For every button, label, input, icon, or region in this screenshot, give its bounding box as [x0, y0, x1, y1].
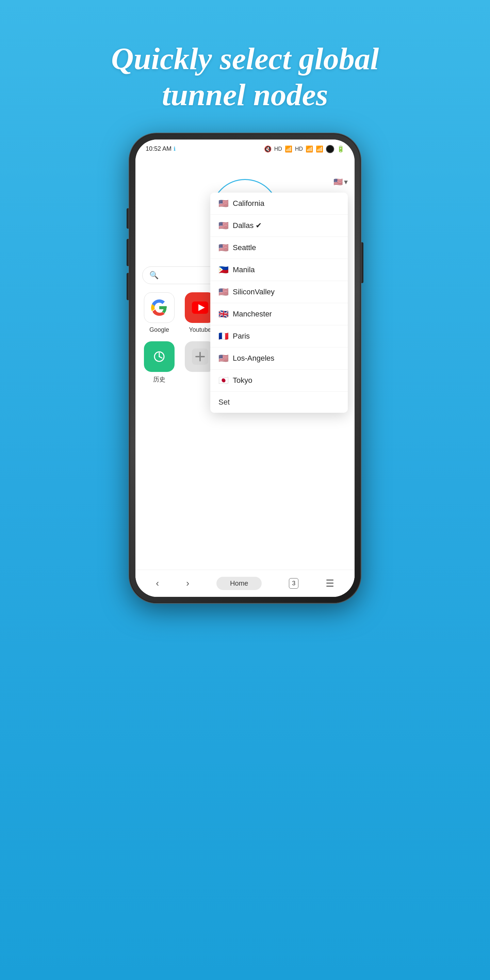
headline-line2: tunnel nodes [162, 77, 328, 112]
flag-usa-3: 🇺🇸 [218, 243, 229, 253]
dropdown-item-tokyo[interactable]: 🇯🇵 Tokyo [210, 369, 348, 392]
chevron-down-icon: ▾ [344, 178, 348, 186]
set-label: Set [218, 398, 230, 407]
phone-screen: 10:52 AM ℹ 🔇 HD 📶 HD 📶 📶 🔋 🇺🇸 ▾ [135, 140, 355, 597]
headline: Quickly select global tunnel nodes [111, 41, 379, 113]
flag-fr: 🇫🇷 [218, 331, 229, 341]
wifi-icon: 📶 [316, 145, 323, 153]
app-item-history[interactable]: 历史 [142, 341, 176, 383]
flag-selector[interactable]: 🇺🇸 ▾ [334, 178, 348, 186]
node-dallas: Dallas ✔ [233, 221, 262, 230]
info-icon: ℹ [173, 146, 176, 152]
flag-usa-2: 🇺🇸 [218, 221, 229, 231]
dropdown-item-seattle[interactable]: 🇺🇸 Seattle [210, 237, 348, 259]
youtube-label: Youtube [189, 326, 211, 334]
tabs-button[interactable]: 3 [289, 578, 298, 589]
dropdown-item-california[interactable]: 🇺🇸 California [210, 192, 348, 215]
dropdown-item-manila[interactable]: 🇵🇭 Manila [210, 259, 348, 281]
flag-usa-4: 🇺🇸 [218, 287, 229, 297]
flag-jp: 🇯🇵 [218, 375, 229, 385]
node-silicon-valley: SiliconValley [233, 288, 275, 296]
google-label: Google [150, 326, 169, 334]
volume-mute-button [127, 208, 129, 229]
battery-icon: 🔋 [337, 145, 344, 153]
time-display: 10:52 AM [146, 145, 172, 153]
node-manchester: Manchester [233, 310, 272, 318]
dropdown-item-paris[interactable]: 🇫🇷 Paris [210, 325, 348, 347]
node-dropdown: 🇺🇸 California 🇺🇸 Dallas ✔ 🇺🇸 Seattle 🇵🇭 … [210, 192, 348, 413]
headline-line1: Quickly select global [111, 41, 379, 76]
signal-bars-2: 📶 [305, 145, 313, 153]
search-icon: 🔍 [150, 271, 159, 280]
signal-icon-1: HD [274, 146, 282, 152]
back-button[interactable]: ‹ [156, 578, 159, 589]
flag-usa-5: 🇺🇸 [218, 353, 229, 363]
flag-ph: 🇵🇭 [218, 265, 229, 275]
node-los-angeles: Los-Angeles [233, 354, 274, 363]
node-paris: Paris [233, 332, 250, 340]
home-button[interactable]: Home [216, 577, 262, 590]
mute-icon: 🔇 [264, 145, 272, 153]
dropdown-item-dallas[interactable]: 🇺🇸 Dallas ✔ [210, 215, 348, 237]
google-icon [144, 292, 175, 323]
bottom-navigation: ‹ › Home 3 ☰ [135, 570, 355, 597]
node-tokyo: Tokyo [233, 376, 252, 385]
flag-gb: 🇬🇧 [218, 309, 229, 319]
dropdown-item-manchester[interactable]: 🇬🇧 Manchester [210, 303, 348, 325]
status-time: 10:52 AM ℹ [146, 145, 176, 153]
phone-mockup: 10:52 AM ℹ 🔇 HD 📶 HD 📶 📶 🔋 🇺🇸 ▾ [129, 134, 361, 603]
app-content: 🇺🇸 ▾ ➤ Click logo to disconn... 🔍 [135, 159, 355, 597]
app-item-google[interactable]: Google [142, 292, 176, 334]
power-button [361, 242, 363, 283]
node-seattle: Seattle [233, 243, 256, 252]
history-icon [144, 341, 175, 372]
flag-usa-1: 🇺🇸 [218, 199, 229, 208]
menu-button[interactable]: ☰ [326, 578, 334, 589]
selected-flag: 🇺🇸 [334, 178, 343, 186]
volume-down-button [127, 273, 129, 300]
dropdown-item-silicon-valley[interactable]: 🇺🇸 SiliconValley [210, 281, 348, 303]
signal-bars-1: 📶 [285, 145, 292, 153]
node-manila: Manila [233, 266, 255, 274]
status-bar: 10:52 AM ℹ 🔇 HD 📶 HD 📶 📶 🔋 [135, 140, 355, 159]
volume-up-button [127, 239, 129, 266]
set-button[interactable]: Set [210, 392, 348, 413]
signal-icon-2: HD [295, 146, 303, 152]
node-california: California [233, 199, 264, 208]
camera [326, 145, 334, 153]
history-label: 历史 [153, 375, 165, 383]
status-icons: 🔇 HD 📶 HD 📶 📶 🔋 [264, 145, 344, 153]
forward-button[interactable]: › [186, 578, 189, 589]
dropdown-item-los-angeles[interactable]: 🇺🇸 Los-Angeles [210, 347, 348, 369]
